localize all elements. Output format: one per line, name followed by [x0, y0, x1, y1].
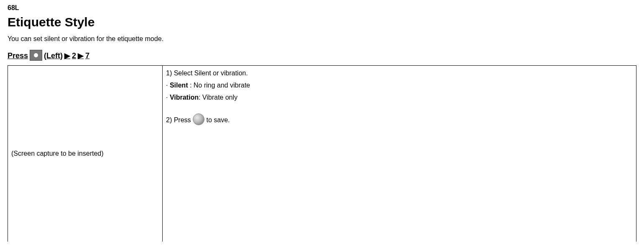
instruction-cell: 1) Select Silent or vibration. · Silent …: [163, 66, 636, 242]
softkey-left-icon: [30, 50, 42, 61]
ok-button-icon: [193, 113, 204, 125]
screen-capture-placeholder: (Screen capture to be inserted): [11, 150, 104, 157]
step2-suffix: to save.: [206, 116, 230, 124]
bullet-rest: : Vibrate only: [199, 94, 238, 101]
bullet-label: Silent: [170, 82, 188, 89]
bullet-rest: : No ring and vibrate: [188, 82, 250, 89]
step-1: 1) Select Silent or vibration.: [166, 67, 633, 79]
section-title: Etiquette Style: [8, 15, 636, 29]
bullet-silent: · Silent : No ring and vibrate: [166, 80, 633, 91]
press-num2: 7: [85, 51, 89, 60]
arrow-icon: ▶: [78, 51, 84, 60]
bullet-label: Vibration: [170, 94, 199, 101]
bullet-vibration: · Vibration: Vibrate only: [166, 92, 633, 103]
screen-capture-cell: (Screen capture to be inserted): [8, 66, 163, 242]
arrow-icon: ▶: [64, 51, 70, 60]
spacer: [166, 104, 633, 114]
intro-text: You can set silent or vibration for the …: [8, 35, 636, 43]
step2-prefix: 2) Press: [166, 116, 193, 124]
press-prefix: Press: [8, 51, 28, 60]
instruction-table: (Screen capture to be inserted) 1) Selec…: [8, 65, 636, 242]
page-number: 68L: [8, 4, 636, 12]
bullet-dot: ·: [166, 82, 170, 89]
press-instruction: Press (Left) ▶ 2 ▶ 7: [8, 50, 636, 61]
step-2: 2) Press to save.: [166, 116, 230, 124]
press-left-label: (Left): [44, 51, 63, 60]
press-num1: 2: [72, 51, 76, 60]
table-row: (Screen capture to be inserted) 1) Selec…: [8, 66, 636, 242]
bullet-dot: ·: [166, 94, 170, 101]
